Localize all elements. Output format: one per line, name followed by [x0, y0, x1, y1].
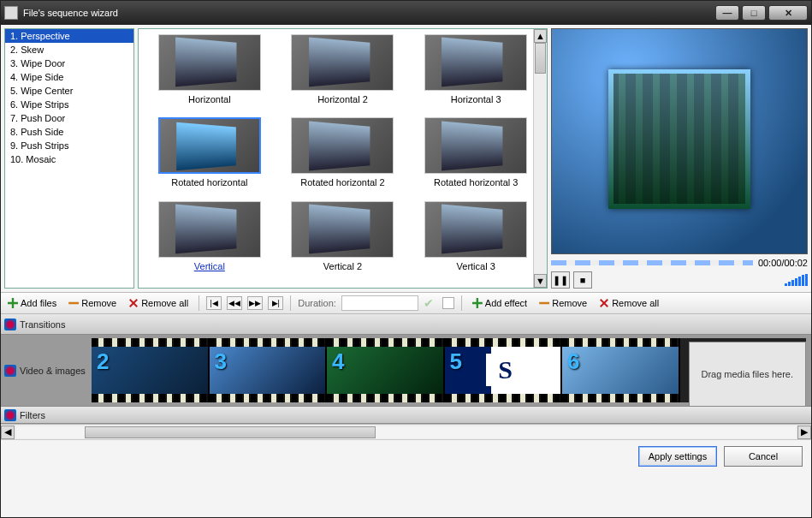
category-item[interactable]: 6. Wipe Strips: [5, 98, 133, 111]
add-files-button[interactable]: Add files: [4, 296, 60, 310]
duration-option-icon[interactable]: [442, 297, 454, 309]
preview-panel: 00:00/00:02 ❚❚ ■: [551, 28, 808, 289]
window-title: File's sequence wizard: [23, 8, 713, 18]
scroll-right-icon[interactable]: ▶: [797, 426, 811, 439]
category-list[interactable]: 1. Perspective 2. Skew 3. Wipe Door 4. W…: [4, 28, 134, 289]
dialog-footer: Apply settings Cancel: [1, 439, 811, 472]
timeline-scrollbar[interactable]: ◀ ▶: [1, 424, 811, 439]
clip-4[interactable]: 4: [327, 338, 445, 402]
pause-button[interactable]: ❚❚: [551, 271, 570, 289]
category-item[interactable]: 1. Perspective: [5, 29, 133, 43]
minus-icon: [68, 298, 79, 308]
nav-next-button[interactable]: ▶▶: [247, 296, 263, 310]
titlebar[interactable]: File's sequence wizard — □ ✕: [1, 1, 811, 25]
scroll-down-icon[interactable]: ▼: [534, 274, 547, 288]
minimize-button[interactable]: —: [715, 5, 739, 21]
time-display: 00:00/00:02: [758, 258, 808, 268]
clip-3[interactable]: 3: [210, 338, 328, 402]
scroll-thumb[interactable]: [85, 426, 376, 438]
thumb-horizontal-3[interactable]: Horizontal 3: [413, 34, 538, 116]
files-toolbar: Add files Remove Remove all |◀ ◀◀ ▶▶ ▶| …: [1, 292, 811, 314]
close-button[interactable]: ✕: [768, 5, 808, 21]
apply-settings-button[interactable]: Apply settings: [638, 446, 717, 467]
category-item[interactable]: 3. Wipe Door: [5, 57, 133, 70]
remove-all-button[interactable]: Remove all: [125, 296, 192, 310]
scroll-up-icon[interactable]: ▲: [534, 29, 547, 43]
category-item[interactable]: 2. Skew: [5, 43, 133, 57]
thumb-horizontal[interactable]: Horizontal: [147, 34, 272, 116]
thumb-rotated-horizontal-3[interactable]: Rotated horizontal 3: [413, 117, 538, 199]
transitions-track[interactable]: Transitions: [1, 314, 811, 335]
category-item[interactable]: 8. Push Side: [5, 125, 133, 139]
nav-first-button[interactable]: |◀: [206, 296, 222, 310]
remove-all-effects-button[interactable]: Remove all: [596, 296, 662, 310]
app-icon: [4, 6, 18, 20]
video-icon: [4, 365, 16, 377]
remove-button[interactable]: Remove: [65, 296, 120, 310]
scroll-left-icon[interactable]: ◀: [1, 426, 15, 439]
stop-button[interactable]: ■: [573, 271, 592, 289]
sequence-wizard-window: File's sequence wizard — □ ✕ 1. Perspect…: [0, 0, 812, 518]
plus-icon: [8, 298, 18, 308]
thumb-horizontal-2[interactable]: Horizontal 2: [281, 34, 406, 116]
category-item[interactable]: 7. Push Door: [5, 111, 133, 125]
duration-input[interactable]: [341, 295, 418, 311]
x-icon: [599, 298, 609, 308]
seek-bar[interactable]: [551, 260, 753, 265]
clip-5[interactable]: 5S: [445, 338, 563, 402]
preview-viewport: [551, 28, 808, 254]
add-effect-button[interactable]: Add effect: [469, 296, 530, 310]
volume-indicator[interactable]: [785, 274, 808, 286]
transitions-icon: [4, 319, 16, 330]
filters-icon: [4, 409, 16, 421]
category-item[interactable]: 9. Push Strips: [5, 139, 133, 152]
maximize-button[interactable]: □: [742, 5, 766, 21]
category-item[interactable]: 5. Wipe Center: [5, 84, 133, 98]
scroll-thumb[interactable]: [535, 43, 546, 74]
content: 1. Perspective 2. Skew 3. Wipe Door 4. W…: [1, 25, 811, 517]
minus-icon: [539, 298, 549, 308]
thumb-vertical[interactable]: Vertical: [147, 201, 272, 283]
thumb-vertical-3[interactable]: Vertical 3: [413, 201, 538, 283]
timeline: Transitions Video & images 2 3 4 5S 6 Dr…: [1, 314, 811, 424]
filters-track[interactable]: Filters: [1, 407, 811, 424]
cancel-button[interactable]: Cancel: [724, 446, 803, 467]
thumb-rotated-horizontal-2[interactable]: Rotated horizontal 2: [281, 117, 406, 199]
nav-last-button[interactable]: ▶|: [268, 296, 283, 310]
drop-zone[interactable]: Drag media files here.: [689, 342, 807, 407]
category-item[interactable]: 4. Wipe Side: [5, 70, 133, 84]
apply-duration-icon[interactable]: ✔: [424, 296, 437, 310]
video-track[interactable]: Video & images 2 3 4 5S 6 Drag media fil…: [1, 335, 811, 407]
remove-effect-button[interactable]: Remove: [536, 296, 590, 310]
category-item[interactable]: 10. Mosaic: [5, 152, 133, 166]
thumb-rotated-horizontal[interactable]: Rotated horizontal: [147, 117, 272, 199]
nav-prev-button[interactable]: ◀◀: [227, 296, 242, 310]
upper-pane: 1. Perspective 2. Skew 3. Wipe Door 4. W…: [1, 25, 811, 292]
thumb-vertical-2[interactable]: Vertical 2: [281, 201, 406, 283]
plus-icon: [472, 298, 483, 308]
x-icon: [128, 298, 139, 308]
duration-label: Duration:: [298, 298, 336, 308]
clip-6[interactable]: 6: [562, 338, 680, 402]
clip-2[interactable]: 2: [92, 338, 210, 402]
thumb-scrollbar[interactable]: ▲ ▼: [533, 29, 547, 288]
transition-thumbnails: Horizontal Horizontal 2 Horizontal 3 Rot…: [138, 28, 548, 289]
